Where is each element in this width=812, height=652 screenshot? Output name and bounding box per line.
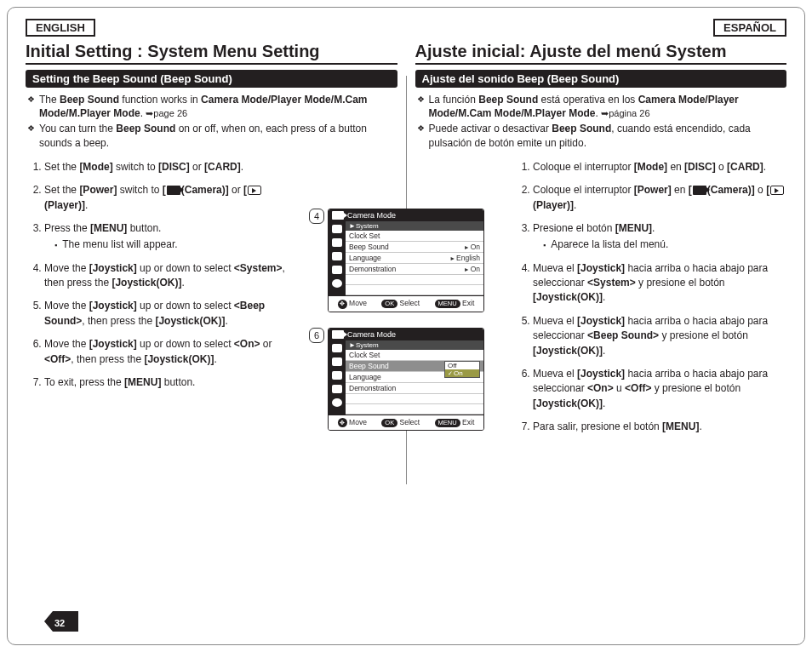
en-bullet-1: The Beep Sound function works in Camera … — [39, 93, 397, 120]
osd-screen-6: Camera Mode ►System Clock Set Beep Sound… — [328, 328, 484, 432]
osd-sidebar — [329, 340, 346, 415]
en-section-title: Initial Setting : System Menu Setting — [26, 42, 397, 65]
en-subhead: Setting the Beep Sound (Beep Sound) — [26, 70, 397, 88]
es-bullets: La función Beep Sound está operativa en … — [417, 93, 787, 150]
es-step-3-sub: Aparece la lista del menú. — [543, 237, 786, 252]
osd-breadcrumb: ►System — [346, 221, 483, 231]
gear-icon — [332, 398, 342, 407]
es-step-2: Coloque el interruptor [Power] en [(Came… — [533, 183, 786, 213]
play-icon — [248, 186, 261, 195]
ok-pill: OK — [381, 300, 397, 308]
osd-row-blank — [346, 394, 483, 404]
osd-row-blank — [346, 275, 483, 285]
footer-select: Select — [400, 418, 420, 426]
en-step-1: Set the [Mode] switch to [DISC] or [CARD… — [44, 160, 298, 174]
text: Beep Sound — [60, 94, 119, 106]
en-bullets: The Beep Sound function works in Camera … — [27, 93, 397, 150]
osd-figures: 4 Camera Mode ►System Clock Set Beep Sou… — [317, 209, 495, 431]
en-step-6: Move the [Joystick] up or down to select… — [44, 337, 298, 367]
es-step-6: Mueva el [Joystick] hacia arriba o hacia… — [533, 367, 786, 411]
en-steps: Set the [Mode] switch to [DISC] or [CARD… — [26, 160, 298, 391]
osd-row-beep: Beep SoundOn — [346, 242, 483, 253]
camera-small-icon — [332, 357, 342, 366]
display-icon — [332, 385, 342, 393]
es-step-3: Presione el botón [MENU]. Aparece la lis… — [533, 221, 786, 253]
es-steps: Coloque el interruptor [Mode] en [DISC] … — [514, 160, 786, 435]
osd-screen-4: Camera Mode ►System Clock Set Beep Sound… — [328, 209, 484, 312]
disc-icon — [332, 371, 342, 380]
en-bullet-2: You can turn the Beep Sound on or off, w… — [39, 122, 397, 149]
osd-option-on: On — [445, 369, 479, 377]
move-icon: ✥ — [338, 300, 347, 309]
es-bullet-2: Puede activar o desactivar Beep Sound, c… — [429, 122, 787, 149]
osd-row-clock: Clock Set — [346, 231, 483, 242]
osd-row-demo: Demonstration — [346, 383, 483, 394]
footer-move: Move — [349, 299, 367, 307]
move-icon: ✥ — [338, 418, 347, 427]
menu-pill: MENU — [435, 300, 460, 308]
text: The — [39, 94, 60, 106]
es-step-5: Mueva el [Joystick] hacia arriba o hacia… — [533, 314, 786, 358]
page-ref: ➥página 26 — [601, 108, 649, 118]
lang-spanish-tag: ESPAÑOL — [713, 19, 786, 37]
text: Beep Sound — [116, 123, 175, 134]
gear-icon — [332, 279, 342, 288]
display-icon — [332, 266, 342, 274]
osd-menu: ►System Clock Set Beep SoundOn LanguageE… — [346, 221, 483, 295]
en-step-3: Press the [MENU] button. The menu list w… — [44, 221, 298, 253]
page-ref: ➥page 26 — [146, 108, 187, 118]
footer-exit: Exit — [462, 299, 474, 307]
tape-icon — [332, 344, 342, 352]
osd-row-demo: DemonstrationOn — [346, 264, 483, 275]
osd-row-blank — [346, 285, 483, 295]
page-number: 32 — [54, 618, 65, 628]
camera-icon — [693, 186, 706, 195]
menu-pill: MENU — [435, 419, 460, 427]
es-bullet-1: La función Beep Sound está operativa en … — [429, 93, 787, 120]
es-subhead: Ajuste del sonido Beep (Beep Sound) — [415, 70, 787, 88]
osd-sidebar — [329, 221, 346, 295]
camera-small-icon — [332, 238, 342, 247]
es-step-7: Para salir, presione el botón [MENU]. — [533, 420, 786, 434]
osd-footer: ✥ Move OK Select MENU Exit — [329, 415, 483, 431]
osd-titlebar: Camera Mode — [329, 329, 483, 340]
osd-row-lang: LanguageEnglish — [346, 253, 483, 264]
en-step-3-sub: The menu list will appear. — [54, 237, 298, 252]
camera-icon — [332, 330, 344, 339]
play-icon — [770, 186, 784, 195]
osd-title: Camera Mode — [347, 330, 396, 339]
osd-figure-6: 6 Camera Mode ►System Clock Set Beep Sou… — [328, 328, 484, 432]
osd-row-clock: Clock Set — [346, 350, 483, 361]
osd-breadcrumb: ►System — [346, 340, 483, 350]
text: You can turn the — [39, 123, 116, 134]
osd-row-blank — [346, 404, 483, 415]
tape-icon — [332, 225, 342, 233]
osd-footer: ✥ Move OK Select MENU Exit — [329, 295, 483, 312]
osd-option-off: Off — [445, 362, 479, 369]
footer-move: Move — [349, 418, 367, 426]
footer-exit: Exit — [462, 418, 474, 426]
osd-options-popup: Off On — [444, 361, 480, 378]
text: function works in — [119, 94, 201, 106]
lang-english-tag: ENGLISH — [26, 19, 95, 37]
en-step-2: Set the [Power] switch to [(Camera)] or … — [44, 183, 298, 213]
osd-menu: ►System Clock Set Beep Sound Language De… — [346, 340, 483, 415]
language-row: ENGLISH ESPAÑOL — [26, 19, 786, 37]
es-step-4: Mueva el [Joystick] hacia arriba o hacia… — [533, 261, 786, 306]
en-step-5: Move the [Joystick] up or down to select… — [44, 299, 298, 329]
es-section-title: Ajuste inicial: Ajuste del menú System — [415, 42, 787, 65]
osd-title: Camera Mode — [347, 211, 396, 220]
step-badge-6: 6 — [309, 328, 324, 343]
osd-titlebar: Camera Mode — [329, 209, 483, 221]
ok-pill: OK — [381, 419, 397, 427]
footer-select: Select — [400, 299, 420, 307]
camera-icon — [167, 186, 180, 195]
osd-figure-4: 4 Camera Mode ►System Clock Set Beep Sou… — [328, 209, 484, 312]
camera-icon — [332, 211, 344, 220]
es-step-1: Coloque el interruptor [Mode] en [DISC] … — [533, 160, 786, 174]
step-badge-4: 4 — [309, 209, 324, 224]
en-step-7: To exit, press the [MENU] button. — [44, 375, 298, 390]
en-step-4: Move the [Joystick] up or down to select… — [44, 261, 298, 291]
disc-icon — [332, 252, 342, 260]
